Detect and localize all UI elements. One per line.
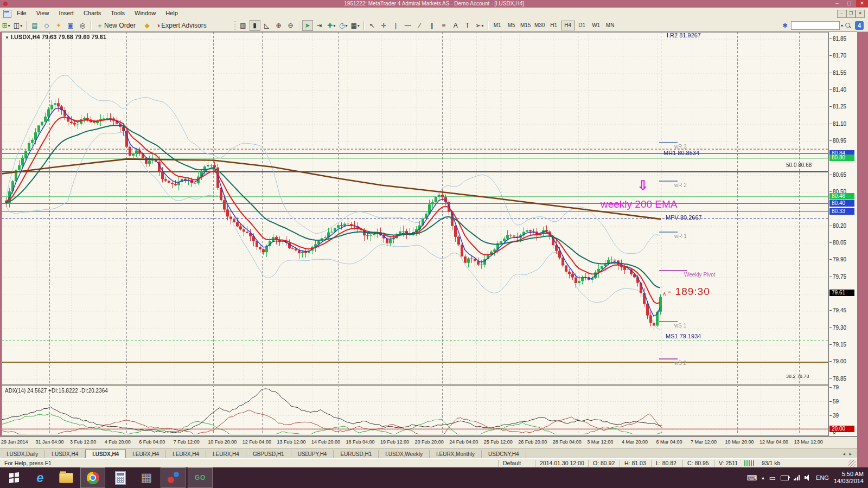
touch-keyboard-icon[interactable]: ▭ xyxy=(769,474,776,482)
keyboard-icon[interactable]: ⌨ xyxy=(747,474,757,482)
text-button[interactable]: A xyxy=(450,20,461,31)
line-chart-button[interactable]: ◺ xyxy=(261,20,272,31)
chart-shift-icon: ⇥ xyxy=(317,22,322,29)
periods-icon: ◷ xyxy=(339,22,344,29)
menu-tools[interactable]: Tools xyxy=(106,8,130,16)
taskbar-chrome[interactable] xyxy=(80,467,105,488)
timeframe-M15[interactable]: M15 xyxy=(519,21,533,30)
new-order-button[interactable]: ＋New Order xyxy=(94,20,141,31)
time-axis[interactable]: 29 Jan 201431 Jan 04:003 Feb 12:004 Feb … xyxy=(0,436,857,449)
settings-button[interactable]: ✱ xyxy=(780,20,790,31)
tab-EURUSD,H1[interactable]: EURUSD,H1 xyxy=(334,450,379,458)
chart-shift-button[interactable]: ⇥ xyxy=(314,20,325,31)
horizontal-line-button[interactable]: ― xyxy=(403,20,413,31)
volume-icon[interactable] xyxy=(805,474,811,481)
timeframe-H4[interactable]: H4 xyxy=(561,21,575,30)
auto-scroll-button[interactable]: ➤ xyxy=(302,20,313,31)
profiles-button[interactable]: ◫▾ xyxy=(12,20,23,31)
cursor-button[interactable]: ↖ xyxy=(367,20,378,31)
battery-icon[interactable] xyxy=(781,476,789,480)
tab-I.EURX,H4[interactable]: I.EURX,H4 xyxy=(206,450,246,458)
taskbar-metatrader[interactable] xyxy=(161,467,186,488)
pivot-segment xyxy=(659,358,678,359)
navigator-button[interactable]: ✦ xyxy=(53,20,64,31)
channel-button[interactable]: ∥ xyxy=(426,20,437,31)
tab-I.USDX,H4[interactable]: I.USDX,H4 xyxy=(45,450,85,458)
timeframe-M30[interactable]: M30 xyxy=(533,21,547,30)
status-profile[interactable]: Default xyxy=(498,460,537,467)
menu-charts[interactable]: Charts xyxy=(79,8,106,16)
timeframe-MN[interactable]: MN xyxy=(603,21,617,30)
clock[interactable]: 5:50 AM14/03/2014 xyxy=(834,471,864,485)
bar-chart-button[interactable]: ▥ xyxy=(238,20,248,31)
community-button[interactable]: 4 xyxy=(855,21,864,30)
menu-insert[interactable]: Insert xyxy=(54,8,79,16)
arrows-tool-button[interactable]: ➢▾ xyxy=(474,20,485,31)
indicators-button[interactable]: ✚▾ xyxy=(326,20,337,31)
expert-advisors-button[interactable]: ◑Expert Advisors xyxy=(154,20,212,31)
tab-scroll-left-icon[interactable]: ◂ xyxy=(843,451,845,457)
child-minimize-button[interactable]: – xyxy=(837,10,846,18)
annotation-count[interactable]: - 189:30 xyxy=(668,286,710,298)
menu-file[interactable]: File xyxy=(12,8,31,16)
tab-I.USDX,Weekly[interactable]: I.USDX,Weekly xyxy=(379,450,430,458)
search-input[interactable] xyxy=(791,21,840,30)
resize-grip[interactable] xyxy=(848,460,856,467)
crosshair-button[interactable]: ✛ xyxy=(379,20,390,31)
fibonacci-button[interactable]: ≡ xyxy=(438,20,449,31)
menu-view[interactable]: View xyxy=(31,8,54,16)
language-indicator[interactable]: ENG xyxy=(816,474,829,481)
metaeditor-button[interactable]: ◆ xyxy=(142,20,152,31)
zoom-in-button[interactable]: ⊕ xyxy=(273,20,284,31)
maximize-button[interactable]: ▢ xyxy=(843,0,855,7)
tab-USDCNY,H4[interactable]: USDCNY,H4 xyxy=(482,450,526,458)
tab-GBPUSD,H1[interactable]: GBPUSD,H1 xyxy=(246,450,291,458)
price-scale[interactable]: 81.8581.7081.5581.4081.2581.1080.9580.65… xyxy=(828,32,857,436)
tab-USDJPY,H4[interactable]: USDJPY,H4 xyxy=(291,450,334,458)
taskbar-file-explorer[interactable] xyxy=(54,467,78,488)
tab-I.USDX,H4[interactable]: I.USDX,H4 xyxy=(85,450,126,459)
market-watch-button[interactable]: ▤ xyxy=(29,20,40,31)
menu-help[interactable]: Help xyxy=(161,8,183,16)
minimize-button[interactable]: – xyxy=(831,0,843,7)
down-arrow-annotation[interactable]: ⇩ xyxy=(637,180,648,191)
data-window-button[interactable]: ◇ xyxy=(41,20,52,31)
collapse-icon[interactable]: ▼ xyxy=(5,35,9,40)
start-button[interactable] xyxy=(2,467,26,488)
price-chart-canvas[interactable] xyxy=(2,32,828,436)
candlestick-chart-button[interactable]: ▮ xyxy=(250,20,260,31)
timeframe-H1[interactable]: H1 xyxy=(547,21,561,30)
tab-I.EURX,H4[interactable]: I.EURX,H4 xyxy=(166,450,206,458)
taskbar-game[interactable]: ▦ xyxy=(135,467,158,488)
close-button[interactable]: ✕ xyxy=(856,0,868,7)
annotation-weekly-200-ema[interactable]: weekly 200 EMA xyxy=(601,198,678,210)
child-close-button[interactable]: ✕ xyxy=(856,10,865,18)
menu-window[interactable]: Window xyxy=(130,8,161,16)
text-label-button[interactable]: T xyxy=(462,20,473,31)
tray-expand-icon[interactable]: ▴ xyxy=(762,475,764,480)
network-icon[interactable] xyxy=(794,475,800,480)
taskbar-ie[interactable]: e xyxy=(28,467,52,488)
search-dropdown-icon[interactable]: ▾ xyxy=(841,23,843,28)
strategy-tester-button[interactable]: ◎ xyxy=(77,20,88,31)
trendline-button[interactable]: ∕ xyxy=(414,20,425,31)
timeframe-W1[interactable]: W1 xyxy=(589,21,603,30)
new-chart-button[interactable]: ⊞▾ xyxy=(1,20,11,31)
taskbar-calculator[interactable] xyxy=(108,467,132,488)
tab-scroll-right-icon[interactable]: ▸ xyxy=(849,451,852,457)
periods-button[interactable]: ◷▾ xyxy=(338,20,349,31)
terminal-button[interactable]: ▣ xyxy=(65,20,76,31)
vertical-line-button[interactable]: | xyxy=(391,20,401,31)
timeframe-D1[interactable]: D1 xyxy=(575,21,589,30)
tab-I.EURX,Monthly[interactable]: I.EURX,Monthly xyxy=(430,450,482,458)
search-icon[interactable] xyxy=(844,22,852,29)
timeframe-M1[interactable]: M1 xyxy=(490,21,505,30)
tab-I.USDX,Daily[interactable]: I.USDX,Daily xyxy=(0,450,45,458)
templates-button[interactable]: ▦▾ xyxy=(350,20,361,31)
child-restore-button[interactable]: ❐ xyxy=(846,10,856,18)
tab-I.EURX,H4[interactable]: I.EURX,H4 xyxy=(126,450,166,458)
zoom-out-button[interactable]: ⊖ xyxy=(285,20,296,31)
toolbar-grip[interactable] xyxy=(234,21,236,30)
taskbar-go-app[interactable]: GO xyxy=(188,467,213,488)
timeframe-M5[interactable]: M5 xyxy=(505,21,519,30)
